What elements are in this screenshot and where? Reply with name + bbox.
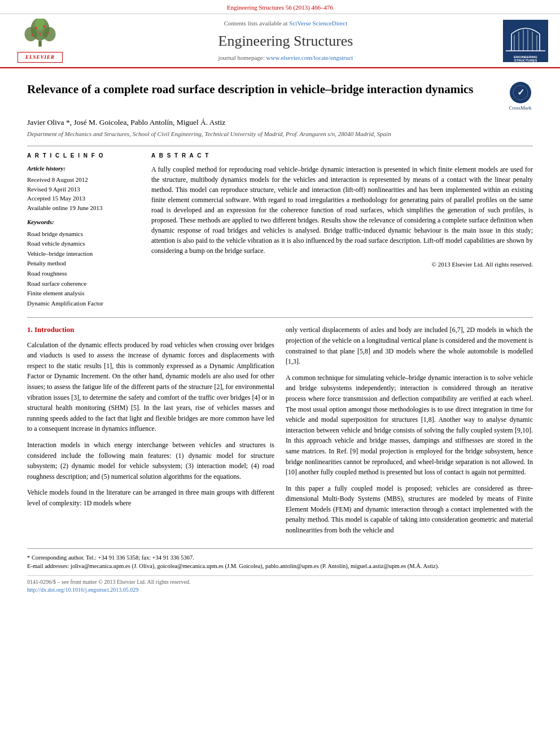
crossmark-icon: ✓ bbox=[510, 82, 531, 103]
accepted-date: Accepted 15 May 2013 bbox=[27, 194, 140, 203]
body-content: 1. Introduction Calculation of the dynam… bbox=[27, 317, 533, 541]
elsevier-tree-icon bbox=[18, 19, 63, 50]
article-info-column: A R T I C L E I N F O Article history: R… bbox=[27, 152, 140, 309]
keyword-item: Finite element analysis bbox=[27, 289, 140, 299]
received-date: Received 8 August 2012 bbox=[27, 175, 140, 185]
keywords-list: Road bridge dynamicsRoad vehicle dynamic… bbox=[27, 229, 140, 309]
svg-point-6 bbox=[34, 27, 37, 30]
keyword-item: Road vehicle dynamics bbox=[27, 239, 140, 249]
journal-cover-area: ENGINEERING STRUCTURES bbox=[500, 20, 551, 62]
history-label: Article history: bbox=[27, 164, 140, 173]
affiliation: Department of Mechanics and Structures, … bbox=[27, 130, 533, 138]
keyword-item: Road bridge dynamics bbox=[27, 229, 140, 239]
svg-point-7 bbox=[43, 25, 46, 28]
intro-para-1: Calculation of the dynamic effects produ… bbox=[27, 340, 274, 434]
corresponding-author-note: * Corresponding author. Tel.: +34 91 336… bbox=[27, 553, 533, 562]
intro-section-title: 1. Introduction bbox=[27, 325, 274, 335]
authors-text: Javier Oliva *, José M. Goicolea, Pablo … bbox=[27, 118, 225, 126]
cover-svg: ENGINEERING STRUCTURES bbox=[503, 20, 548, 62]
svg-rect-1 bbox=[38, 41, 42, 47]
crossmark-area: ✓ CrossMark bbox=[508, 82, 533, 112]
elsevier-wordmark: ELSEVIER bbox=[18, 52, 63, 63]
svg-text:✓: ✓ bbox=[517, 88, 524, 97]
revised-date: Revised 9 April 2013 bbox=[27, 185, 140, 194]
article-title: Relevance of a complete road surface des… bbox=[27, 82, 496, 97]
svg-text:STRUCTURES: STRUCTURES bbox=[514, 59, 537, 62]
citation-text: Engineering Structures 56 (2013) 466–476 bbox=[227, 4, 333, 11]
keyword-item: Dynamic Amplification Factor bbox=[27, 299, 140, 309]
journal-cover-image: ENGINEERING STRUCTURES bbox=[503, 20, 548, 62]
keyword-item: Vehicle–bridge interaction bbox=[27, 249, 140, 259]
main-content: Relevance of a complete road surface des… bbox=[0, 68, 560, 603]
page: Engineering Structures 56 (2013) 466–476 bbox=[0, 0, 560, 603]
authors: Javier Oliva *, José M. Goicolea, Pablo … bbox=[27, 117, 533, 128]
abstract-text: A fully coupled method for reproducing r… bbox=[151, 164, 533, 256]
issn-line: 0141-0296/$ – see front matter © 2013 El… bbox=[27, 578, 533, 586]
journal-header: ELSEVIER Contents lists available at Sci… bbox=[0, 14, 560, 68]
right-para-1: only vertical displacements of axles and… bbox=[286, 325, 533, 366]
journal-title: Engineering Structures bbox=[77, 31, 495, 51]
abstract-heading: A B S T R A C T bbox=[151, 152, 533, 160]
elsevier-logo-area: ELSEVIER bbox=[9, 19, 71, 63]
svg-point-8 bbox=[31, 34, 33, 37]
keywords-label: Keywords: bbox=[27, 218, 140, 226]
journal-homepage: journal homepage: www.elsevier.com/locat… bbox=[77, 54, 495, 62]
copyright: © 2013 Elsevier Ltd. All rights reserved… bbox=[151, 260, 533, 269]
available-date: Available online 19 June 2013 bbox=[27, 203, 140, 213]
journal-title-area: Contents lists available at SciVerse Sci… bbox=[77, 19, 495, 63]
doi-line: http://dx.doi.org/10.1016/j.engstruct.20… bbox=[27, 586, 533, 594]
sciverse-link[interactable]: SciVerse ScienceDirect bbox=[289, 20, 347, 27]
intro-para-3: Vehicle models found in the literature c… bbox=[27, 487, 274, 508]
footnote-area: * Corresponding author. Tel.: +34 91 336… bbox=[27, 548, 533, 571]
svg-point-3 bbox=[25, 27, 37, 42]
article-title-section: Relevance of a complete road surface des… bbox=[27, 77, 533, 112]
intro-para-2: Interaction models in which energy inter… bbox=[27, 440, 274, 482]
abstract-column: A B S T R A C T A fully coupled method f… bbox=[151, 152, 533, 309]
journal-citation: Engineering Structures 56 (2013) 466–476 bbox=[0, 0, 560, 14]
keyword-item: Road surface coherence bbox=[27, 279, 140, 289]
article-info-abstract: A R T I C L E I N F O Article history: R… bbox=[27, 146, 533, 309]
body-right-column: only vertical displacements of axles and… bbox=[286, 325, 533, 541]
keyword-item: Road roughness bbox=[27, 269, 140, 279]
right-para-3: In this paper a fully coupled model is p… bbox=[286, 483, 533, 536]
crossmark-label: CrossMark bbox=[509, 104, 532, 112]
article-info-heading: A R T I C L E I N F O bbox=[27, 152, 140, 160]
keyword-item: Penalty method bbox=[27, 259, 140, 269]
journal-footer: 0141-0296/$ – see front matter © 2013 El… bbox=[27, 575, 533, 594]
svg-point-10 bbox=[39, 33, 41, 36]
doi-link[interactable]: http://dx.doi.org/10.1016/j.engstruct.20… bbox=[27, 587, 138, 593]
right-para-2: A common technique for simulating vehicl… bbox=[286, 373, 533, 478]
svg-point-4 bbox=[43, 27, 56, 42]
sciverse-line: Contents lists available at SciVerse Sci… bbox=[77, 19, 495, 28]
email-line: E-mail addresses: joliva@mecanica.upm.es… bbox=[27, 562, 533, 571]
body-left-column: 1. Introduction Calculation of the dynam… bbox=[27, 325, 274, 541]
svg-point-9 bbox=[47, 32, 49, 34]
